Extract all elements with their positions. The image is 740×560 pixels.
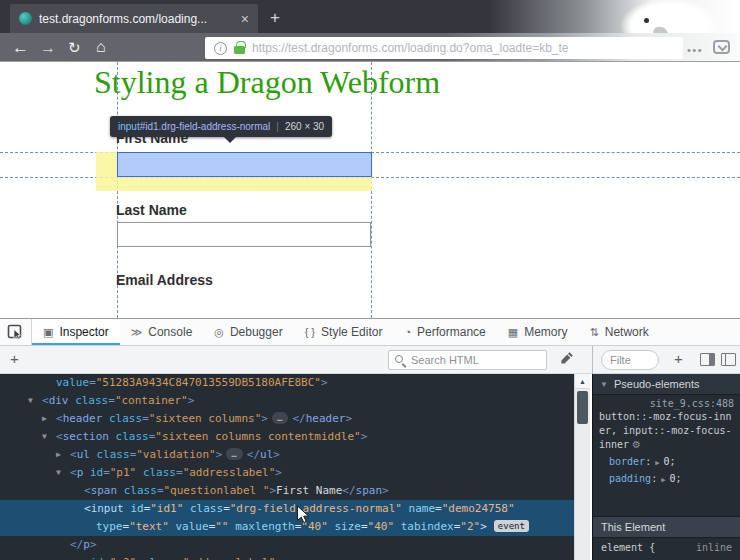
fox-eye: [644, 18, 649, 23]
devtools-tab-inspector[interactable]: ▣Inspector: [32, 319, 120, 345]
page-heading: Styling a Dragon Webform: [94, 64, 440, 101]
panel-divider[interactable]: [592, 346, 593, 374]
expand-twisty-icon[interactable]: ▶: [56, 446, 61, 464]
url-bar[interactable]: i https://test.dragonforms.com/loading.d…: [205, 37, 683, 59]
browser-window: test.dragonforms.com/loading... × + ← → …: [0, 0, 740, 560]
markup-token: </: [342, 484, 355, 497]
search-html-input[interactable]: [411, 354, 540, 366]
browser-tab-bar: test.dragonforms.com/loading... × +: [0, 0, 740, 33]
rule-source-link[interactable]: site_9.css:488: [593, 395, 740, 409]
property-name[interactable]: padding: [609, 473, 651, 484]
expand-twisty-icon[interactable]: ▶: [655, 459, 659, 467]
reload-icon[interactable]: ↻: [68, 40, 81, 55]
split-panel-icon[interactable]: [721, 353, 736, 366]
markup-row[interactable]: ▼<section class="sixteen columns content…: [0, 428, 574, 446]
pseudo-elements-label: Pseudo-elements: [614, 378, 700, 390]
markup-scrollbar[interactable]: ▲: [574, 374, 590, 560]
markup-row[interactable]: ▼<p id="p1" class="addresslabel">: [0, 464, 574, 482]
devtools-tab-icon: ◎: [214, 326, 224, 339]
markup-token: size: [334, 520, 361, 533]
markup-token: [83, 466, 90, 479]
back-icon[interactable]: ←: [12, 39, 29, 56]
add-rule-button[interactable]: +: [674, 350, 683, 367]
markup-token: <: [56, 412, 63, 425]
devtools-tab-style-editor[interactable]: { }Style Editor: [294, 319, 394, 345]
browser-tab[interactable]: test.dragonforms.com/loading... ×: [10, 4, 258, 33]
markup-token: =: [142, 412, 149, 425]
home-icon[interactable]: ⌂: [96, 39, 106, 55]
filter-styles-box[interactable]: [601, 350, 659, 370]
event-badge[interactable]: event: [494, 520, 529, 532]
element-picker-button[interactable]: [0, 319, 32, 345]
highlighted-input-first-name[interactable]: [117, 152, 372, 177]
markup-token: "2": [460, 520, 480, 533]
gear-icon[interactable]: ⚙: [632, 439, 641, 450]
semicolon: ;: [675, 473, 681, 484]
devtools-tab-memory[interactable]: ▦Memory: [497, 319, 579, 345]
expand-twisty-icon[interactable]: ▶: [661, 476, 665, 484]
markup-token: >: [90, 538, 97, 551]
markup-token: =: [361, 520, 368, 533]
markup-token: id: [130, 502, 143, 515]
url-text[interactable]: https://test.dragonforms.com/loading.do?…: [252, 41, 569, 55]
markup-row-selected[interactable]: <input id="id1" class="drg-field-address…: [0, 500, 574, 518]
css-declaration-border[interactable]: border:▶0;: [593, 454, 740, 471]
property-name[interactable]: border: [609, 456, 645, 467]
padlock-icon: [234, 46, 245, 54]
devtools-tab-console[interactable]: ≫Console: [120, 319, 204, 345]
markup-token: =: [223, 502, 230, 515]
scrollbar-thumb[interactable]: [577, 391, 588, 424]
markup-row[interactable]: value="51283A9434C847013559DB5180AFE8BC"…: [0, 374, 574, 392]
devtools-tab-debugger[interactable]: ◎Debugger: [203, 319, 293, 345]
pocket-icon[interactable]: [713, 40, 730, 54]
forward-icon[interactable]: →: [40, 40, 56, 56]
markup-row[interactable]: ▼<p id="p2" class="addresslabel">: [0, 554, 574, 560]
info-icon[interactable]: i: [214, 42, 227, 55]
markup-row[interactable]: <span class="questionlabel ">First Name<…: [0, 482, 574, 500]
markup-token: name: [409, 502, 436, 515]
devtools-tab-icon: ⇅: [590, 326, 599, 339]
mouse-cursor: [296, 505, 311, 528]
last-name-input[interactable]: [117, 222, 371, 247]
expand-twisty-icon[interactable]: ▼: [42, 428, 47, 446]
markup-row[interactable]: </p>: [0, 536, 574, 554]
devtools-tab-label: Inspector: [59, 325, 108, 339]
expand-twisty-icon[interactable]: ▼: [28, 392, 33, 410]
page-actions-icon[interactable]: •••: [687, 44, 703, 56]
collapsed-children-icon[interactable]: …: [226, 448, 242, 460]
toggle-sidebar-icon[interactable]: [700, 353, 715, 366]
eyedropper-icon[interactable]: [560, 351, 574, 369]
new-tab-button[interactable]: +: [270, 8, 280, 28]
add-node-button[interactable]: +: [10, 350, 19, 367]
devtools-tab-network[interactable]: ⇅Network: [579, 319, 660, 345]
markup-row-selected[interactable]: type="text" value="" maxlength="40" size…: [0, 518, 574, 536]
devtools-tab-icon: ▦: [508, 326, 518, 339]
expand-twisty-icon[interactable]: ▶: [42, 410, 47, 428]
markup-token: </: [70, 538, 83, 551]
devtools-tab-icon: ≫: [131, 326, 143, 339]
markup-token: "container": [115, 394, 188, 407]
markup-row[interactable]: ▼<div class="container">: [0, 392, 574, 410]
scroll-up-arrow-icon[interactable]: ▲: [575, 374, 590, 389]
collapsed-children-icon[interactable]: …: [272, 412, 288, 424]
expand-twisty-icon[interactable]: ▼: [56, 554, 61, 560]
search-html-box[interactable]: [388, 350, 547, 370]
tab-close-icon[interactable]: ×: [241, 12, 249, 26]
markup-token: >: [273, 448, 280, 461]
markup-token: [117, 484, 124, 497]
markup-row[interactable]: ▶<header class="sixteen columns">…</head…: [0, 410, 574, 428]
devtools-tab-performance[interactable]: ◔Performance: [393, 319, 496, 345]
chevron-down-icon[interactable]: ▼: [600, 380, 608, 389]
pseudo-elements-header[interactable]: ▼ Pseudo-elements: [593, 374, 740, 395]
html-markup-tree: value="51283A9434C847013559DB5180AFE8BC"…: [0, 374, 574, 560]
markup-token: <: [84, 484, 91, 497]
markup-row[interactable]: ▶<ul class="validation">…</ul>: [0, 446, 574, 464]
markup-token: <: [70, 556, 77, 560]
filter-styles-input[interactable]: [610, 354, 650, 366]
css-declaration-padding[interactable]: padding:▶0;: [593, 471, 740, 488]
markup-token: <: [42, 394, 49, 407]
devtools-tab-strip: ▣Inspector≫Console◎Debugger{ }Style Edit…: [32, 319, 660, 345]
expand-twisty-icon[interactable]: ▼: [56, 464, 61, 482]
markup-token: "p2": [110, 556, 137, 560]
rules-panel: ▼ Pseudo-elements site_9.css:488 button:…: [593, 374, 740, 560]
